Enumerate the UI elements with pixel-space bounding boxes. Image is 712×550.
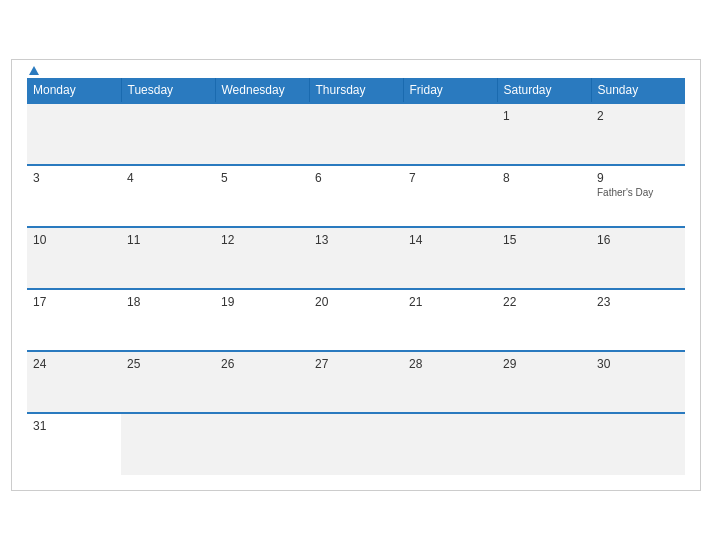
day-number: 4 (127, 171, 134, 185)
calendar-cell (121, 103, 215, 165)
calendar-cell: 1 (497, 103, 591, 165)
week-row-1: 3456789Father's Day (27, 165, 685, 227)
day-number: 23 (597, 295, 610, 309)
week-row-5: 31 (27, 413, 685, 475)
calendar-grid: MondayTuesdayWednesdayThursdayFridaySatu… (27, 78, 685, 475)
calendar-cell (309, 103, 403, 165)
calendar-cell: 22 (497, 289, 591, 351)
calendar-cell: 11 (121, 227, 215, 289)
weekday-header-sunday: Sunday (591, 78, 685, 103)
day-number: 30 (597, 357, 610, 371)
calendar-cell (215, 103, 309, 165)
week-row-2: 10111213141516 (27, 227, 685, 289)
weekday-header-thursday: Thursday (309, 78, 403, 103)
day-number: 8 (503, 171, 510, 185)
day-number: 15 (503, 233, 516, 247)
calendar-container: MondayTuesdayWednesdayThursdayFridaySatu… (11, 59, 701, 491)
calendar-cell: 31 (27, 413, 121, 475)
calendar-cell (215, 413, 309, 475)
day-number: 1 (503, 109, 510, 123)
day-number: 18 (127, 295, 140, 309)
weekday-header-wednesday: Wednesday (215, 78, 309, 103)
day-number: 31 (33, 419, 46, 433)
calendar-cell (403, 413, 497, 475)
calendar-cell (121, 413, 215, 475)
calendar-cell: 23 (591, 289, 685, 351)
calendar-cell: 30 (591, 351, 685, 413)
calendar-cell: 18 (121, 289, 215, 351)
day-number: 24 (33, 357, 46, 371)
calendar-thead: MondayTuesdayWednesdayThursdayFridaySatu… (27, 78, 685, 103)
day-number: 29 (503, 357, 516, 371)
calendar-cell: 9Father's Day (591, 165, 685, 227)
day-number: 9 (597, 171, 604, 185)
weekday-header-friday: Friday (403, 78, 497, 103)
calendar-cell: 10 (27, 227, 121, 289)
day-number: 5 (221, 171, 228, 185)
week-row-0: 12 (27, 103, 685, 165)
day-number: 10 (33, 233, 46, 247)
day-number: 28 (409, 357, 422, 371)
calendar-cell: 6 (309, 165, 403, 227)
calendar-cell: 27 (309, 351, 403, 413)
calendar-cell: 4 (121, 165, 215, 227)
calendar-body: 123456789Father's Day1011121314151617181… (27, 103, 685, 475)
week-row-4: 24252627282930 (27, 351, 685, 413)
calendar-cell (309, 413, 403, 475)
day-number: 7 (409, 171, 416, 185)
calendar-cell: 16 (591, 227, 685, 289)
calendar-cell: 14 (403, 227, 497, 289)
calendar-cell (591, 413, 685, 475)
day-number: 22 (503, 295, 516, 309)
day-number: 17 (33, 295, 46, 309)
day-number: 11 (127, 233, 140, 247)
day-number: 25 (127, 357, 140, 371)
calendar-cell: 21 (403, 289, 497, 351)
weekday-header-tuesday: Tuesday (121, 78, 215, 103)
calendar-cell: 8 (497, 165, 591, 227)
weekday-header-monday: Monday (27, 78, 121, 103)
day-number: 26 (221, 357, 234, 371)
logo-triangle-icon (29, 66, 39, 75)
weekday-header-row: MondayTuesdayWednesdayThursdayFridaySatu… (27, 78, 685, 103)
calendar-cell: 17 (27, 289, 121, 351)
calendar-cell: 20 (309, 289, 403, 351)
logo (27, 63, 39, 77)
calendar-cell (497, 413, 591, 475)
day-number: 16 (597, 233, 610, 247)
calendar-cell: 5 (215, 165, 309, 227)
day-number: 6 (315, 171, 322, 185)
calendar-cell: 26 (215, 351, 309, 413)
day-number: 19 (221, 295, 234, 309)
calendar-cell: 12 (215, 227, 309, 289)
day-number: 21 (409, 295, 422, 309)
calendar-cell: 13 (309, 227, 403, 289)
calendar-cell: 2 (591, 103, 685, 165)
calendar-cell: 28 (403, 351, 497, 413)
week-row-3: 17181920212223 (27, 289, 685, 351)
weekday-header-saturday: Saturday (497, 78, 591, 103)
calendar-cell: 7 (403, 165, 497, 227)
calendar-cell: 24 (27, 351, 121, 413)
day-number: 3 (33, 171, 40, 185)
logo-top-row (27, 63, 39, 77)
calendar-cell (27, 103, 121, 165)
day-number: 2 (597, 109, 604, 123)
day-number: 14 (409, 233, 422, 247)
day-number: 27 (315, 357, 328, 371)
calendar-cell: 25 (121, 351, 215, 413)
day-event: Father's Day (597, 187, 679, 198)
calendar-cell: 19 (215, 289, 309, 351)
day-number: 20 (315, 295, 328, 309)
day-number: 13 (315, 233, 328, 247)
calendar-cell: 15 (497, 227, 591, 289)
calendar-cell (403, 103, 497, 165)
calendar-cell: 3 (27, 165, 121, 227)
calendar-cell: 29 (497, 351, 591, 413)
day-number: 12 (221, 233, 234, 247)
